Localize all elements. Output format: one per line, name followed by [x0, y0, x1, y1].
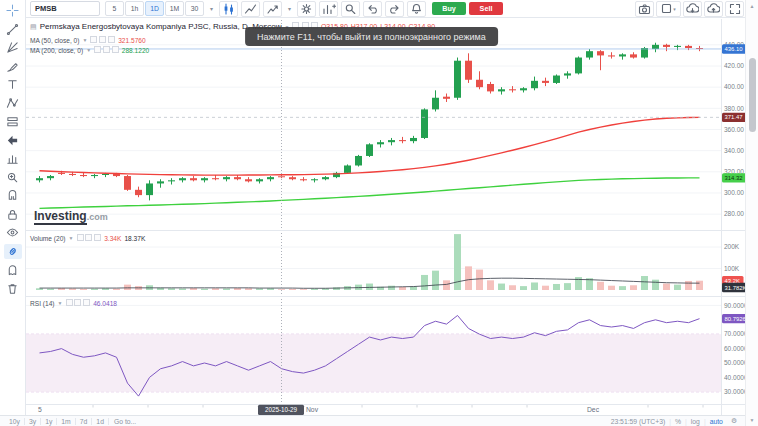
candle: [575, 58, 582, 74]
chart-type-candles-button[interactable]: [219, 1, 238, 17]
scroll-up-icon[interactable]: ▲: [746, 3, 758, 9]
volume-bar: [630, 285, 637, 290]
cloud-download-icon: [686, 3, 699, 15]
load-layout-button[interactable]: [683, 1, 702, 17]
zoom-in-tool[interactable]: [4, 170, 22, 185]
settings-button[interactable]: [297, 1, 316, 17]
forecast-tool[interactable]: [4, 151, 22, 166]
volume-bar: [608, 286, 615, 290]
search-tools-button[interactable]: [341, 1, 360, 17]
rsi-value: 46.0418: [93, 300, 117, 307]
cursor-arrow-tool[interactable]: [4, 133, 22, 148]
volume-caret-icon[interactable]: ▼: [69, 235, 74, 241]
ma200-caret-icon[interactable]: ▼: [86, 47, 91, 53]
ma50-legend[interactable]: MA (50, close, 0) ▼ 321.5760: [30, 36, 146, 44]
symbol-search-box[interactable]: PMSB: [30, 1, 100, 16]
candle: [124, 176, 131, 190]
timeframe-1h-button[interactable]: 1h: [125, 1, 144, 16]
ma50-caret-icon[interactable]: ▼: [82, 37, 87, 43]
range-1y-button[interactable]: 1y: [40, 418, 56, 425]
crosshair-tool[interactable]: [4, 3, 22, 18]
volume-label: Volume (20): [30, 235, 66, 242]
chart-type-caret-icon[interactable]: ▾: [285, 2, 294, 15]
alerts-button[interactable]: [407, 1, 426, 17]
gann-fan-tool[interactable]: [4, 40, 22, 55]
scrollbar-thumb[interactable]: [749, 58, 756, 132]
compare-button[interactable]: [263, 1, 282, 17]
indicators-button[interactable]: [319, 1, 338, 17]
range-1d-button[interactable]: 1d: [91, 418, 108, 425]
clock-label[interactable]: 23:51:59 (UTC+3): [607, 418, 670, 425]
volume-bar: [487, 280, 494, 290]
sell-button[interactable]: Sell: [469, 2, 503, 15]
volume-controls[interactable]: [77, 234, 102, 242]
ma200-controls[interactable]: [94, 46, 119, 54]
range-7d-button[interactable]: 7d: [75, 418, 92, 425]
volume-bar: [212, 288, 219, 290]
timeframe-more-caret-icon[interactable]: ▾: [207, 2, 216, 15]
long-position-tool[interactable]: [4, 114, 22, 129]
lock-tool[interactable]: [4, 207, 22, 222]
candle: [289, 177, 296, 179]
volume-bar: [652, 280, 659, 290]
hide-drawings-eye-tool[interactable]: [4, 225, 22, 240]
brush-tool[interactable]: [4, 59, 22, 74]
link-intervals-tool[interactable]: [4, 244, 22, 259]
candle: [80, 175, 87, 176]
svg-text:40.0000: 40.0000: [724, 374, 746, 381]
ma200-value: 288.1220: [122, 47, 150, 54]
volume-bar: [300, 289, 307, 290]
timeframe-5-button[interactable]: 5: [105, 1, 124, 16]
rsi-caret-icon[interactable]: ▼: [58, 300, 63, 306]
bottom-toolbar: 10y3y1y1m7d1d Go to... 23:51:59 (UTC+3) …: [0, 415, 746, 426]
buy-button[interactable]: Buy: [432, 2, 466, 15]
range-3y-button[interactable]: 3y: [24, 418, 40, 425]
volume-legend[interactable]: Volume (20) ▼ 3.34K 18.37K: [30, 234, 145, 242]
candle: [641, 48, 648, 58]
goto-button[interactable]: Go to...: [108, 418, 141, 425]
browser-scrollbar[interactable]: ▲ ▼: [745, 0, 758, 426]
volume-bar: [311, 289, 318, 290]
ma50-controls[interactable]: [90, 36, 115, 44]
volume-bar: [168, 288, 175, 290]
time-axis[interactable]: 52025-10-29NovDec: [38, 405, 703, 415]
ma200-label: MA (200, close, 0): [30, 47, 83, 54]
chart-canvas[interactable]: 440.00420.00400.00380.00360.00340.00320.…: [26, 18, 746, 416]
svg-text:Nov: Nov: [306, 406, 319, 413]
magnet-tool[interactable]: [4, 188, 22, 203]
xabcd-pattern-tool[interactable]: [4, 96, 22, 111]
log-scale-button[interactable]: log: [687, 418, 704, 425]
layout-select-button[interactable]: ▾: [656, 1, 681, 17]
toast-text: Нажмите F11, чтобы выйти из полноэкранно…: [257, 32, 486, 42]
percent-scale-button[interactable]: %: [671, 418, 685, 425]
fullscreen-button[interactable]: [725, 1, 744, 17]
axis-settings-gear-icon[interactable]: ⚙: [727, 417, 741, 425]
ma200-legend[interactable]: MA (200, close, 0) ▼ 288.1220: [30, 46, 149, 54]
legend-menu-icon[interactable]: ▤: [30, 23, 37, 31]
text-tool[interactable]: [4, 77, 22, 92]
price-axis[interactable]: 440.00420.00400.00380.00360.00340.00320.…: [722, 41, 746, 395]
undo-button[interactable]: [363, 1, 382, 17]
timeframe-1d-button[interactable]: 1D: [145, 1, 164, 16]
trend-line-tool[interactable]: [4, 22, 22, 37]
range-1m-button[interactable]: 1m: [56, 418, 74, 425]
candle: [443, 97, 450, 99]
timeframe-1m-button[interactable]: 1M: [165, 1, 184, 16]
candle: [344, 165, 351, 172]
chart-type-line-button[interactable]: [241, 1, 260, 17]
ma50-label: MA (50, close, 0): [30, 37, 79, 44]
timeframe-30-button[interactable]: 30: [185, 1, 204, 16]
range-10y-button[interactable]: 10y: [5, 418, 24, 425]
rsi-legend[interactable]: RSI (14) ▼ 46.0418: [30, 299, 117, 307]
screenshot-button[interactable]: [635, 1, 654, 17]
auto-scale-button[interactable]: auto: [706, 418, 727, 425]
remove-drawings-tool[interactable]: [4, 281, 22, 296]
redo-button[interactable]: [385, 1, 404, 17]
rsi-controls[interactable]: [66, 299, 91, 307]
candle: [476, 80, 483, 87]
svg-text:360.00: 360.00: [724, 126, 744, 133]
ghost-drawings-tool[interactable]: [4, 262, 22, 277]
scroll-down-icon[interactable]: ▼: [746, 417, 758, 423]
svg-text:400.00: 400.00: [724, 83, 744, 90]
save-layout-button[interactable]: [704, 1, 723, 17]
